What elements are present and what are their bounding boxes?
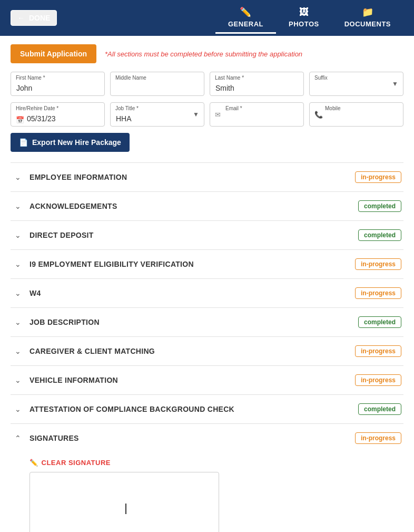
section-attestation-label: ATTESTATION OF COMPLIANCE BACKGROUND CHE… (29, 405, 358, 413)
mobile-field: 📞 Mobile (309, 102, 403, 127)
general-icon: ✏️ (240, 6, 252, 18)
text-cursor (122, 504, 126, 514)
employee-information-badge: in-progress (355, 171, 401, 183)
documents-icon: 📁 (362, 6, 374, 18)
section-direct-deposit-label: DIRECT DEPOSIT (29, 231, 358, 239)
acknowledgements-badge: completed (358, 200, 401, 212)
signatures-content: ✏️ CLEAR SIGNATURE SAVE & COMPLETE SECTI… (11, 452, 403, 532)
form-row-1: First Name * Middle Name Last Name * Suf… (11, 72, 403, 96)
section-w4[interactable]: ⌄ W4 in-progress (11, 279, 403, 308)
header-nav: ✏️ GENERAL 🖼 PHOTOS 📁 DOCUMENTS (215, 2, 403, 34)
export-new-hire-button[interactable]: 📄 Export New Hire Package (11, 133, 130, 152)
chevron-down-icon: ⌄ (13, 318, 23, 326)
section-acknowledgements[interactable]: ⌄ ACKNOWLEDGEMENTS completed (11, 192, 403, 221)
job-title-field: Job Title * HHA RN CNA ▼ (110, 102, 204, 127)
nav-documents[interactable]: 📁 DOCUMENTS (332, 2, 403, 34)
app-header: ← DONE ✏️ GENERAL 🖼 PHOTOS 📁 DOCUMENTS (0, 0, 414, 36)
section-w4-label: W4 (29, 289, 355, 297)
phone-icon: 📞 (314, 111, 323, 119)
email-icon: ✉ (215, 111, 221, 119)
calendar-icon: 📅 (16, 116, 24, 124)
vehicle-information-badge: in-progress (355, 374, 401, 386)
last-name-input[interactable] (210, 72, 304, 96)
job-title-select[interactable]: HHA RN CNA (110, 102, 204, 127)
middle-name-field: Middle Name (110, 72, 204, 96)
signatures-badge: in-progress (355, 432, 401, 444)
section-attestation[interactable]: ⌄ ATTESTATION OF COMPLIANCE BACKGROUND C… (11, 395, 403, 424)
section-signatures[interactable]: ⌃ SIGNATURES in-progress (11, 424, 403, 452)
w4-badge: in-progress (355, 287, 401, 299)
nav-photos-label: PHOTOS (289, 20, 319, 28)
chevron-up-icon: ⌃ (13, 434, 23, 442)
section-i9-employment[interactable]: ⌄ I9 EMPLOYMENT ELIGIBILITY VERIFICATION… (11, 250, 403, 279)
form-row-2: Hire/Rehire Date * 📅 Job Title * HHA RN … (11, 102, 403, 127)
section-job-description-label: JOB DESCRIPTION (29, 318, 358, 326)
section-signatures-label: SIGNATURES (29, 434, 355, 442)
nav-general[interactable]: ✏️ GENERAL (215, 2, 276, 34)
middle-name-input[interactable] (110, 72, 204, 96)
first-name-input[interactable] (11, 72, 105, 96)
section-employee-information-label: EMPLOYEE INFORMATION (29, 173, 355, 181)
nav-general-label: GENERAL (228, 20, 263, 28)
first-name-field: First Name * (11, 72, 105, 96)
chevron-down-icon: ⌄ (13, 260, 23, 268)
warning-text: *All sections must be completed before s… (105, 50, 302, 58)
email-input[interactable] (210, 102, 304, 127)
done-label: DONE (29, 14, 50, 22)
caregiver-client-badge: in-progress (355, 345, 401, 357)
last-name-field: Last Name * (210, 72, 304, 96)
clear-signature-label: CLEAR SIGNATURE (42, 459, 111, 467)
done-button[interactable]: ← DONE (11, 10, 57, 26)
photos-icon: 🖼 (299, 7, 309, 18)
hire-date-field: Hire/Rehire Date * 📅 (11, 102, 105, 127)
direct-deposit-badge: completed (358, 229, 401, 241)
nav-documents-label: DOCUMENTS (344, 20, 391, 28)
section-direct-deposit[interactable]: ⌄ DIRECT DEPOSIT completed (11, 221, 403, 250)
chevron-down-icon: ⌄ (13, 173, 23, 181)
suffix-field: Suffix Jr Sr II III ▼ (309, 72, 403, 96)
section-i9-employment-label: I9 EMPLOYMENT ELIGIBILITY VERIFICATION (29, 260, 355, 268)
chevron-down-icon: ⌄ (13, 289, 23, 297)
mobile-input[interactable] (309, 102, 403, 127)
email-field: ✉ Email * (210, 102, 304, 127)
nav-photos[interactable]: 🖼 PHOTOS (276, 3, 332, 34)
main-content: Submit Application *All sections must be… (0, 36, 414, 532)
chevron-down-icon: ⌄ (13, 405, 23, 413)
section-caregiver-client[interactable]: ⌄ CAREGIVER & CLIENT MATCHING in-progres… (11, 337, 403, 366)
section-vehicle-information-label: VEHICLE INFORMATION (29, 376, 355, 384)
back-arrow-icon: ← (17, 14, 25, 22)
clear-signature-button[interactable]: ✏️ CLEAR SIGNATURE (29, 459, 111, 467)
chevron-down-icon: ⌄ (13, 202, 23, 210)
top-bar: Submit Application *All sections must be… (11, 44, 403, 63)
i9-employment-badge: in-progress (355, 258, 401, 270)
job-description-badge: completed (358, 316, 401, 328)
chevron-down-icon: ⌄ (13, 231, 23, 239)
chevron-down-icon: ⌄ (13, 347, 23, 355)
pencil-icon: ✏️ (29, 459, 38, 467)
section-employee-information[interactable]: ⌄ EMPLOYEE INFORMATION in-progress (11, 163, 403, 192)
section-caregiver-client-label: CAREGIVER & CLIENT MATCHING (29, 347, 355, 355)
export-label: Export New Hire Package (32, 138, 121, 147)
section-vehicle-information[interactable]: ⌄ VEHICLE INFORMATION in-progress (11, 366, 403, 395)
signature-canvas[interactable] (29, 472, 219, 532)
section-list: ⌄ EMPLOYEE INFORMATION in-progress ⌄ ACK… (11, 162, 403, 532)
section-acknowledgements-label: ACKNOWLEDGEMENTS (29, 202, 358, 210)
hire-date-input[interactable] (11, 102, 105, 127)
chevron-down-icon: ⌄ (13, 376, 23, 384)
attestation-badge: completed (358, 403, 401, 415)
submit-application-button-top[interactable]: Submit Application (11, 44, 96, 63)
section-job-description[interactable]: ⌄ JOB DESCRIPTION completed (11, 308, 403, 337)
suffix-select[interactable]: Jr Sr II III (309, 72, 403, 96)
export-icon: 📄 (19, 138, 28, 147)
